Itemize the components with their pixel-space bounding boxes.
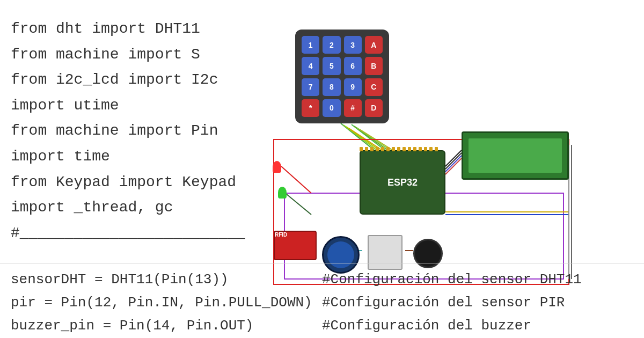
key-1: 1 (302, 36, 319, 54)
code-line-5: from machine import Pin (11, 118, 290, 144)
key-star: * (302, 99, 319, 117)
key-d: D (365, 99, 383, 117)
key-4: 4 (302, 57, 319, 75)
code-line-9: #_________________________ (11, 221, 290, 246)
esp32-board: ESP32 (360, 150, 445, 215)
esp32-label: ESP32 (387, 177, 418, 188)
bottom-section: sensorDHT = DHT11(Pin(13)) pir = Pin(12,… (0, 263, 644, 338)
code-line-2: from machine import S (11, 42, 290, 68)
bottom-right-comments: #Configuración del sensor DHT11 #Configu… (311, 263, 644, 338)
svg-line-10 (445, 156, 462, 172)
code-line-3: from i2c_lcd import I2c (11, 67, 290, 93)
key-5: 5 (323, 57, 340, 75)
bottom-code-3: buzzer_pin = Pin(14, Pin.OUT) (11, 314, 301, 337)
key-6: 6 (344, 57, 362, 75)
key-0: 0 (323, 99, 340, 117)
code-line-4: import utime (11, 93, 290, 119)
bottom-code-2: pir = Pin(12, Pin.IN, Pin.PULL_DOWN) (11, 291, 301, 314)
esp32-pins-top (360, 147, 445, 151)
key-9: 9 (344, 78, 362, 96)
bottom-comment-2: #Configuración del sensor PIR (322, 291, 633, 314)
led-red (273, 161, 281, 173)
svg-line-8 (445, 150, 462, 166)
bottom-comment-1: #Configuración del sensor DHT11 (322, 268, 633, 291)
rfid-label: RFID (275, 232, 287, 238)
keypad-matrix: 123A456B789C*0#D (295, 30, 389, 123)
key-a: A (365, 36, 383, 54)
bottom-left-code: sensorDHT = DHT11(Pin(13)) pir = Pin(12,… (0, 263, 311, 338)
led-green (278, 187, 287, 199)
key-hash: # (344, 99, 362, 117)
svg-line-19 (287, 194, 311, 215)
key-2: 2 (323, 36, 340, 54)
lcd-display (462, 131, 569, 180)
svg-line-11 (445, 158, 462, 174)
code-line-1: from dht import DHT11 (11, 16, 290, 42)
bottom-code-1: sensorDHT = DHT11(Pin(13)) (11, 268, 301, 291)
svg-line-9 (445, 153, 462, 169)
key-b: B (365, 57, 383, 75)
key-c: C (365, 78, 383, 96)
lcd-screen (469, 138, 562, 173)
code-line-6: import time (11, 144, 290, 170)
bottom-comment-3: #Configuración del buzzer (322, 314, 633, 337)
key-7: 7 (302, 78, 319, 96)
code-line-8: import _thread, gc (11, 195, 290, 221)
key-8: 8 (323, 78, 340, 96)
code-line-7: from Keypad import Keypad (11, 170, 290, 195)
key-3: 3 (344, 36, 362, 54)
